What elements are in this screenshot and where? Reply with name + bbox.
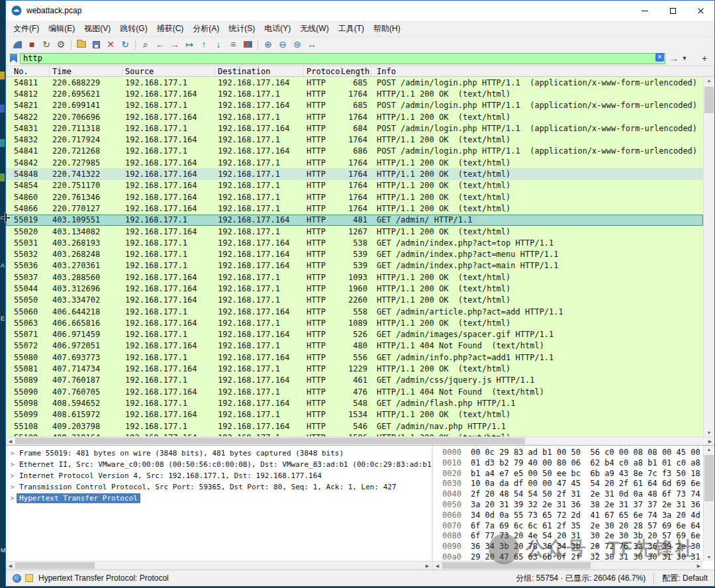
start-capture-icon[interactable] [10, 38, 24, 51]
hex-hscrollbar[interactable] [433, 561, 703, 569]
detail-ip[interactable]: >Internet Protocol Version 4, Src: 192.1… [6, 470, 432, 481]
detail-http[interactable]: >Hypertext Transfer Protocol [6, 493, 432, 504]
packet-row-55050[interactable]: 55050403.334702192.168.177.164192.168.17… [6, 295, 703, 306]
packet-row-55089[interactable]: 55089407.760187192.168.177.1192.168.177.… [6, 375, 703, 386]
menu-item-edit[interactable]: 编辑(E) [44, 21, 79, 36]
close-button[interactable] [687, 1, 714, 21]
packet-row-55020[interactable]: 55020403.134082192.168.177.164192.168.17… [6, 226, 703, 237]
vscroll-thumb[interactable] [704, 87, 714, 113]
scroll-right-icon[interactable] [423, 562, 432, 569]
scroll-up-icon[interactable] [704, 78, 714, 83]
scroll-down-icon[interactable] [704, 430, 714, 435]
packet-row-54841[interactable]: 54841220.721268192.168.177.1192.168.177.… [6, 146, 703, 157]
packet-row-55109[interactable]: 55109409.219164192.168.177.164192.168.17… [6, 432, 703, 436]
capture-comment-icon[interactable] [25, 574, 33, 582]
clear-filter-icon[interactable]: ✕ [655, 53, 664, 62]
filter-dropdown-icon[interactable]: ▼ [680, 55, 689, 62]
capture-options-icon[interactable]: ⚙ [54, 38, 68, 51]
zoom-out-icon[interactable]: ⊖ [275, 38, 290, 51]
resize-columns-icon[interactable]: ↔ [305, 38, 319, 51]
packet-row-55099[interactable]: 55099408.615972192.168.177.164192.168.17… [6, 409, 703, 420]
packet-row-55080[interactable]: 55080407.693773192.168.177.1192.168.177.… [6, 352, 703, 363]
apply-filter-icon[interactable]: → [668, 53, 680, 64]
reload-file-icon[interactable]: ↻ [118, 38, 132, 51]
scroll-right-icon[interactable] [694, 562, 703, 569]
hscroll-thumb[interactable] [15, 562, 95, 569]
title-bar[interactable]: webattack.pcap [6, 1, 714, 21]
packet-row-54822[interactable]: 54822220.706696192.168.177.164192.168.17… [6, 111, 703, 122]
packet-row-54811[interactable]: 54811220.688229192.168.177.1192.168.177.… [6, 77, 703, 88]
expand-chevron-icon[interactable]: > [8, 450, 17, 457]
hex-line-0040[interactable]: 00402f 20 48 54 54 50 2f 31 2e 31 0d 0a … [442, 489, 701, 500]
menu-item-telephony[interactable]: 电话(Y) [260, 21, 295, 36]
save-file-icon[interactable] [89, 38, 103, 51]
zoom-in-icon[interactable]: ⊕ [261, 38, 275, 51]
profile-text[interactable]: 配置: Default [662, 573, 708, 584]
menu-item-capture[interactable]: 捕获(C) [152, 21, 189, 36]
scroll-down-icon[interactable] [704, 555, 714, 560]
packet-row-55019[interactable]: 55019403.109551192.168.177.1192.168.177.… [6, 215, 703, 226]
packet-list-vscrollbar[interactable] [703, 77, 714, 436]
packet-row-55036[interactable]: 55036403.270361192.168.177.1192.168.177.… [6, 260, 703, 271]
packet-row-55044[interactable]: 55044403.312696192.168.177.164192.168.17… [6, 283, 703, 294]
stop-capture-icon[interactable]: ■ [24, 38, 39, 51]
scroll-right-icon[interactable] [706, 437, 714, 445]
hex-line-0000[interactable]: 000000 0c 29 83 ad b1 00 50 56 c0 00 08 … [442, 448, 701, 458]
hex-line-0010[interactable]: 001001 d3 b2 79 40 00 80 06 62 b4 c0 a8 … [442, 458, 701, 469]
column-header-src[interactable]: Source [122, 66, 215, 76]
detail-ethernet[interactable]: >Ethernet II, Src: VMware_c0:00:08 (00:5… [6, 459, 432, 470]
go-back-icon[interactable]: ← [153, 38, 167, 51]
hex-line-0060[interactable]: 006034 0d 0a 55 73 65 72 2d 41 67 65 6e … [442, 511, 701, 521]
expand-chevron-icon[interactable]: > [8, 483, 17, 491]
menu-item-wireless[interactable]: 无线(W) [295, 21, 333, 36]
expand-chevron-icon[interactable]: > [8, 461, 17, 468]
scroll-left-icon[interactable] [6, 437, 15, 445]
go-last-icon[interactable]: ↓ [211, 38, 226, 51]
packet-row-55032[interactable]: 55032403.268248192.168.177.1192.168.177.… [6, 248, 703, 260]
packet-row-54821[interactable]: 54821220.699141192.168.177.1192.168.177.… [6, 100, 703, 111]
column-header-info[interactable]: Info [371, 66, 714, 76]
packet-row-55071[interactable]: 55071406.971459192.168.177.1192.168.177.… [6, 329, 703, 340]
zoom-reset-icon[interactable]: ⊜ [290, 38, 305, 51]
column-header-dst[interactable]: Destination [215, 66, 304, 76]
packet-row-54866[interactable]: 54866220.770127192.168.177.164192.168.17… [6, 203, 703, 214]
menu-item-statistics[interactable]: 统计(S) [224, 21, 260, 36]
open-file-icon[interactable] [74, 38, 89, 51]
vscroll-thumb[interactable] [704, 455, 714, 501]
packet-row-55037[interactable]: 55037403.288560192.168.177.164192.168.17… [6, 271, 703, 283]
hex-line-0090[interactable]: 009036 34 3b 20 78 36 34 3b 20 72 76 3a … [442, 542, 701, 552]
column-header-len[interactable]: Length [341, 66, 371, 76]
hscroll-thumb[interactable] [442, 562, 591, 569]
hex-line-0080[interactable]: 00806f 77 73 20 4e 54 20 31 30 2e 30 3b … [442, 531, 701, 542]
colorize-icon[interactable] [240, 38, 255, 51]
column-header-no[interactable]: No. [6, 66, 50, 76]
column-header-time[interactable]: Time [50, 66, 122, 76]
packet-row-55031[interactable]: 55031403.268193192.168.177.1192.168.177.… [6, 237, 703, 248]
go-first-icon[interactable]: ↑ [197, 38, 211, 51]
menu-item-go[interactable]: 跳转(G) [115, 21, 152, 36]
hex-line-0070[interactable]: 00706f 7a 69 6c 6c 61 2f 35 2e 30 20 28 … [442, 521, 701, 532]
packet-row-55063[interactable]: 55063406.665816192.168.177.164192.168.17… [6, 317, 703, 328]
menu-item-analyze[interactable]: 分析(A) [188, 21, 224, 36]
expand-chevron-icon[interactable]: > [8, 472, 17, 479]
auto-scroll-icon[interactable]: ≡ [226, 38, 240, 51]
menu-item-view[interactable]: 视图(V) [79, 21, 115, 36]
restart-capture-icon[interactable]: ↻ [39, 38, 54, 51]
expand-chevron-icon[interactable]: > [8, 495, 17, 502]
hex-line-0030[interactable]: 003010 0a da df 00 00 47 45 54 20 2f 61 … [442, 479, 701, 489]
menu-item-tools[interactable]: 工具(T) [334, 21, 369, 36]
menu-item-help[interactable]: 帮助(H) [369, 21, 405, 36]
details-hscrollbar[interactable] [6, 561, 432, 569]
hscroll-thumb[interactable] [15, 438, 525, 444]
scroll-left-icon[interactable] [433, 562, 442, 569]
packet-list-hscrollbar[interactable] [6, 436, 714, 445]
add-filter-button-icon[interactable]: + [698, 53, 710, 64]
go-forward-icon[interactable]: → [167, 38, 182, 51]
packet-row-54842[interactable]: 54842220.727985192.168.177.164192.168.17… [6, 157, 703, 168]
packet-row-54832[interactable]: 54832220.717924192.168.177.164192.168.17… [6, 134, 703, 145]
column-header-proto[interactable]: Protocol [304, 66, 341, 76]
filter-bookmark-icon[interactable] [10, 54, 17, 63]
go-to-packet-icon[interactable]: ↦ [182, 38, 197, 51]
packet-row-54860[interactable]: 54860220.761346192.168.177.164192.168.17… [6, 191, 703, 203]
scroll-up-icon[interactable] [704, 447, 714, 452]
